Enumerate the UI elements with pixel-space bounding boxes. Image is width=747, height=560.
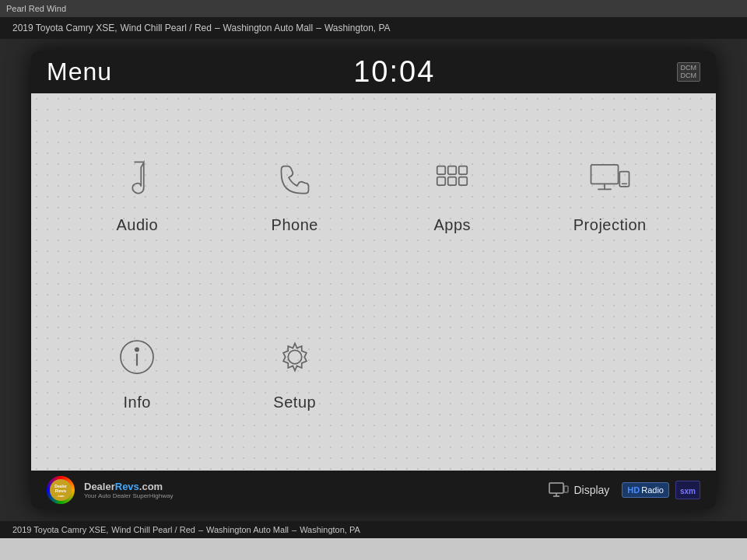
dealer-revs-circle: Dealer Revs .com bbox=[47, 476, 75, 504]
menu-item-info[interactable]: Info bbox=[62, 286, 212, 456]
time-display: 10:04 bbox=[353, 55, 435, 89]
svg-rect-5 bbox=[448, 177, 457, 186]
display-screen-icon bbox=[549, 482, 569, 498]
dealer-revs-name: DealerRevs.com bbox=[84, 481, 173, 492]
svg-rect-7 bbox=[591, 165, 618, 184]
header-sep2: – bbox=[316, 23, 321, 33]
caption-sep2: – bbox=[292, 525, 296, 534]
projection-icon bbox=[579, 152, 641, 207]
dealer-revs-tagline: Your Auto Dealer SuperHighway bbox=[84, 492, 173, 499]
menu-title: Menu bbox=[47, 58, 112, 86]
apps-icon bbox=[421, 152, 483, 207]
caption-dealer: Washington Auto Mall bbox=[206, 525, 289, 534]
menu-item-audio[interactable]: Audio bbox=[62, 109, 212, 278]
infotainment-screen: Menu 10:04 DCM DCM Audio bbox=[31, 51, 716, 509]
sxm-badge: sxm bbox=[675, 481, 700, 499]
caption-sep1: – bbox=[198, 525, 203, 534]
screen-top-bar: Menu 10:04 DCM DCM bbox=[31, 51, 716, 93]
screen-top-center: 10:04 bbox=[112, 55, 676, 89]
apps-label: Apps bbox=[433, 216, 471, 234]
main-display-area: Menu 10:04 DCM DCM Audio bbox=[0, 39, 747, 521]
svg-rect-4 bbox=[437, 177, 446, 186]
audio-label: Audio bbox=[116, 216, 158, 234]
car-color-header: Wind Chill Pearl / Red bbox=[121, 23, 212, 33]
sxm-text: sxm bbox=[680, 487, 696, 495]
svg-text:.com: .com bbox=[57, 494, 65, 498]
caption-bar: 2019 Toyota Camry XSE, Wind Chill Pearl … bbox=[0, 521, 747, 538]
menu-item-projection[interactable]: Projection bbox=[535, 109, 686, 278]
caption-location: Washington, PA bbox=[300, 525, 360, 534]
svg-rect-2 bbox=[448, 166, 457, 175]
audio-icon bbox=[106, 152, 168, 207]
browser-title: Pearl Red Wind bbox=[6, 4, 66, 13]
menu-item-apps[interactable]: Apps bbox=[377, 109, 528, 278]
dcm-label-bottom: DCM bbox=[681, 72, 697, 80]
svg-point-15 bbox=[288, 350, 302, 364]
header-dealer: Washington Auto Mall bbox=[223, 23, 314, 33]
hd-text: HD bbox=[627, 485, 640, 495]
svg-point-14 bbox=[135, 348, 139, 351]
caption-color: Wind Chill Pearl / Red bbox=[111, 525, 195, 534]
phone-icon bbox=[264, 152, 326, 207]
projection-label: Projection bbox=[573, 216, 647, 234]
radio-text: Radio bbox=[641, 485, 664, 495]
screen-bottom-bar: Dealer Revs .com DealerRevs.com Your Aut… bbox=[31, 471, 716, 509]
dealer-revs-logo-area: Dealer Revs .com DealerRevs.com Your Aut… bbox=[47, 476, 173, 504]
caption-model: 2019 Toyota Camry XSE, bbox=[12, 525, 108, 534]
svg-rect-20 bbox=[549, 483, 563, 493]
car-listing-header: 2019 Toyota Camry XSE, Wind Chill Pearl … bbox=[0, 17, 747, 39]
header-sep1: – bbox=[215, 23, 220, 33]
svg-rect-1 bbox=[437, 166, 446, 175]
hd-radio-badge: HD Radio bbox=[622, 482, 669, 498]
header-location: Washington, PA bbox=[324, 23, 391, 33]
phone-label: Phone bbox=[272, 216, 318, 234]
dealer-revs-text-block: DealerRevs.com Your Auto Dealer SuperHig… bbox=[84, 481, 173, 499]
menu-item-phone[interactable]: Phone bbox=[220, 109, 370, 278]
menu-item-setup[interactable]: Setup bbox=[220, 286, 370, 456]
svg-text:Revs: Revs bbox=[55, 488, 67, 493]
setup-icon bbox=[264, 330, 326, 384]
display-button[interactable]: Display bbox=[549, 482, 609, 498]
svg-rect-3 bbox=[459, 166, 468, 175]
svg-rect-23 bbox=[564, 486, 568, 492]
setup-label: Setup bbox=[273, 394, 316, 411]
svg-rect-6 bbox=[459, 177, 468, 186]
dcm-badge: DCM DCM bbox=[677, 62, 701, 82]
info-label: Info bbox=[124, 394, 151, 411]
screen-menu-grid: Audio Phone bbox=[31, 93, 716, 471]
browser-top-bar: Pearl Red Wind bbox=[0, 0, 747, 17]
info-icon bbox=[106, 330, 168, 384]
display-label: Display bbox=[573, 484, 609, 496]
car-model-header: 2019 Toyota Camry XSE, bbox=[12, 23, 117, 33]
